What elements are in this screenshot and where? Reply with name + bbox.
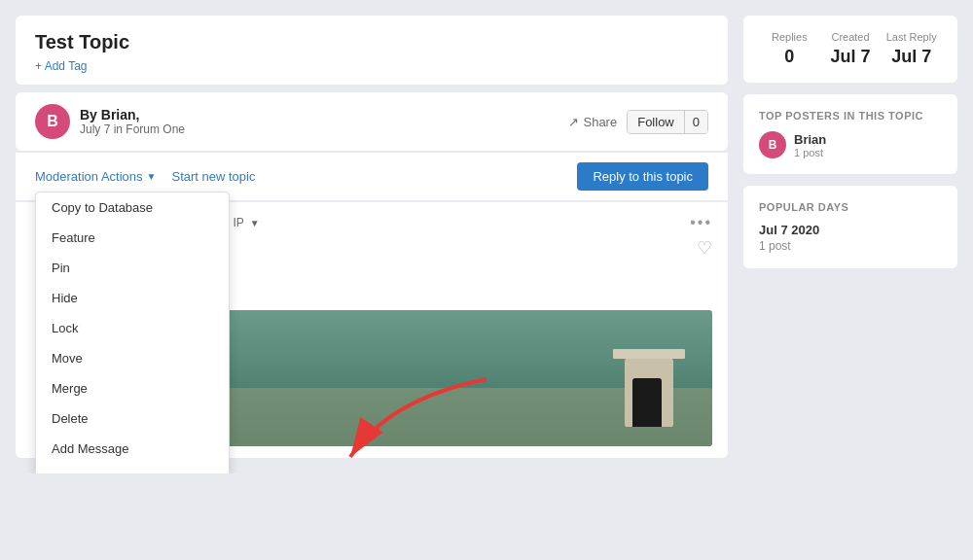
follow-count: 0 [685, 111, 707, 133]
follow-button[interactable]: Follow 0 [627, 110, 708, 134]
add-tag-link[interactable]: + Add Tag [35, 59, 88, 73]
last-reply-label: Last Reply [881, 31, 942, 43]
dropdown-item-enable-post-approval[interactable]: Enable Post Approval [36, 464, 229, 473]
top-poster-posts: 1 post [794, 147, 826, 158]
sidebar-stats: Replies 0 Created Jul 7 Last Reply Jul 7 [743, 16, 957, 83]
sidebar: Replies 0 Created Jul 7 Last Reply Jul 7… [743, 16, 957, 458]
replies-value: 0 [759, 47, 820, 67]
post-date-location: July 7 in Forum One [80, 122, 185, 136]
share-icon: ↗ [568, 115, 579, 129]
moderation-actions-button[interactable]: Moderation Actions ▼ [35, 169, 156, 184]
post-text: Testing [148, 239, 712, 255]
popular-day-posts: 1 post [759, 239, 942, 253]
created-value: Jul 7 [820, 47, 882, 67]
popular-days-section: POPULAR DAYS Jul 7 2020 1 post [743, 186, 957, 268]
dropdown-item-merge[interactable]: Merge [36, 373, 229, 403]
moderation-dropdown: Copy to Database Feature Pin Hide Lock M… [35, 192, 230, 473]
dropdown-item-copy-to-database[interactable]: Copy to Database [36, 192, 229, 223]
dropdown-item-lock[interactable]: Lock [36, 313, 229, 343]
heart-button[interactable]: ♡ [697, 237, 712, 259]
stat-last-reply: Last Reply Jul 7 [881, 31, 942, 67]
dropdown-item-add-message[interactable]: Add Message [36, 434, 229, 464]
top-poster-name[interactable]: Brian [794, 132, 826, 147]
start-new-topic-button[interactable]: Start new topic [171, 169, 255, 184]
follow-label: Follow [628, 111, 685, 133]
created-label: Created [820, 31, 882, 43]
dropdown-item-feature[interactable]: Feature [36, 223, 229, 253]
top-poster-info: Brian 1 post [794, 132, 826, 158]
stat-created: Created Jul 7 [820, 31, 882, 67]
reply-to-topic-button[interactable]: Reply to this topic [577, 162, 708, 191]
top-posters-title: TOP POSTERS IN THIS TOPIC [759, 110, 942, 122]
post-more-button[interactable]: ••• [690, 214, 712, 231]
share-button[interactable]: ↗ Share [568, 115, 617, 129]
post-meta-right: ↗ Share Follow 0 [568, 110, 708, 134]
image-content [148, 310, 712, 446]
topic-header: Test Topic + Add Tag [16, 16, 728, 85]
last-reply-value: Jul 7 [881, 47, 942, 67]
dropdown-item-hide[interactable]: Hide [36, 283, 229, 313]
top-posters-section: TOP POSTERS IN THIS TOPIC B Brian 1 post [743, 94, 957, 174]
share-label: Share [583, 115, 617, 129]
dropdown-item-delete[interactable]: Delete [36, 403, 229, 434]
popular-day-date: Jul 7 2020 [759, 223, 942, 237]
top-poster-avatar: B [759, 131, 786, 158]
replies-label: Replies [759, 31, 820, 43]
dropdown-caret-icon: ▼ [147, 171, 157, 182]
chevron-down-icon[interactable]: ▼ [250, 218, 260, 228]
top-poster-row: B Brian 1 post [759, 131, 942, 158]
dropdown-item-move[interactable]: Move [36, 343, 229, 373]
topic-title: Test Topic [35, 31, 708, 53]
stat-row: Replies 0 Created Jul 7 Last Reply Jul 7 [759, 31, 942, 67]
post-meta-bar: B By Brian, July 7 in Forum One ↗ Share … [16, 92, 728, 151]
dropdown-item-pin[interactable]: Pin [36, 253, 229, 283]
post-image [148, 310, 712, 446]
author-avatar-small: B [35, 104, 70, 139]
ip-label[interactable]: IP [233, 216, 243, 229]
post-author-info: By Brian, July 7 in Forum One [80, 107, 185, 136]
post-author-name: By Brian, [80, 107, 185, 122]
moderation-actions-label: Moderation Actions [35, 169, 143, 184]
stat-replies: Replies 0 [759, 31, 820, 67]
post-header-row: Posted July 7 · IP ▼ ••• [148, 214, 712, 231]
popular-days-title: POPULAR DAYS [759, 201, 942, 213]
action-bar: Moderation Actions ▼ Start new topic Rep… [16, 153, 728, 200]
post-testing-text: Testing [148, 288, 712, 302]
post-meta-left: B By Brian, July 7 in Forum One [35, 104, 185, 139]
